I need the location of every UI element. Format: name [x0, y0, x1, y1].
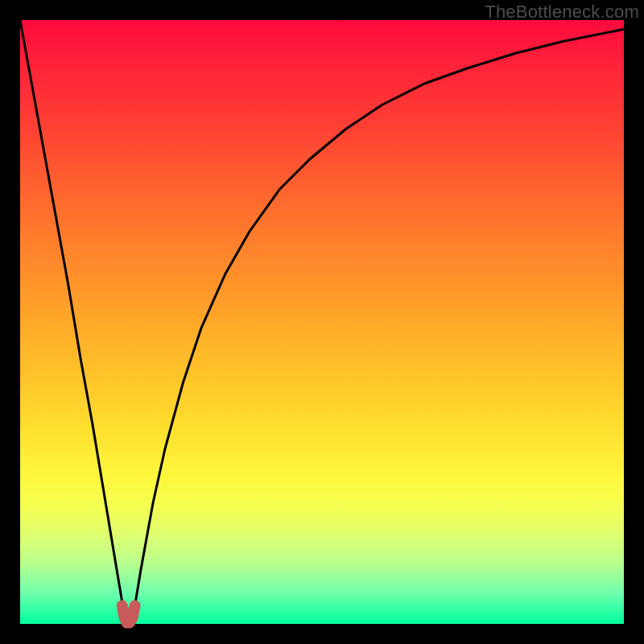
bottleneck-curve [20, 20, 624, 624]
watermark-text: TheBottleneck.com [485, 2, 639, 23]
chart-frame [20, 20, 624, 624]
highlight-u-marker [122, 606, 135, 623]
curve-layer [20, 20, 624, 624]
